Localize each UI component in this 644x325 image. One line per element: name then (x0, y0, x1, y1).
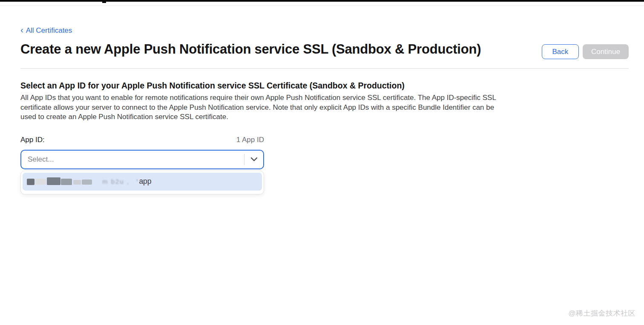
section-heading: Select an App ID for your Apple Push Not… (20, 80, 629, 91)
app-id-select[interactable]: Select... (20, 150, 264, 169)
chevron-left-icon: ‹ (20, 26, 23, 34)
redacted-text-hint: m b2u , (102, 178, 129, 185)
watermark: @稀土掘金技术社区 (568, 308, 635, 318)
section-description: All App IDs that you want to enable for … (20, 93, 498, 122)
header-strip (0, 2, 644, 6)
top-nav-bar (0, 0, 644, 2)
option-visible-text: app (139, 177, 151, 186)
page-title: Create a new Apple Push Notification ser… (20, 41, 481, 57)
title-row: Create a new Apple Push Notification ser… (20, 41, 629, 59)
field-labels: App ID: 1 App ID (20, 136, 264, 144)
app-id-dropdown: m b2u , ’ app (20, 171, 264, 194)
nav-logo-fragment (102, 0, 106, 3)
back-button[interactable]: Back (542, 44, 579, 59)
redacted-block (47, 177, 60, 185)
continue-button[interactable]: Continue (583, 44, 629, 59)
redacted-block (73, 180, 81, 185)
breadcrumb-label: All Certificates (26, 26, 72, 34)
redacted-block (35, 179, 46, 185)
redacted-tick: ’ (136, 178, 138, 185)
page-content: ‹ All Certificates Create a new Apple Pu… (0, 6, 644, 194)
header-actions: Back Continue (542, 44, 629, 59)
redacted-block (61, 179, 72, 185)
app-id-count: 1 App ID (236, 136, 264, 144)
redacted-block (82, 180, 92, 185)
breadcrumb-all-certificates[interactable]: ‹ All Certificates (20, 26, 72, 34)
select-placeholder: Select... (21, 155, 244, 164)
app-id-option[interactable]: m b2u , ’ app (23, 173, 262, 191)
chevron-down-icon (244, 157, 263, 162)
app-id-label: App ID: (20, 136, 45, 144)
section-divider (20, 68, 629, 69)
redacted-block (27, 179, 34, 185)
app-id-field: App ID: 1 App ID Select... m b2u , ’ (20, 136, 264, 194)
